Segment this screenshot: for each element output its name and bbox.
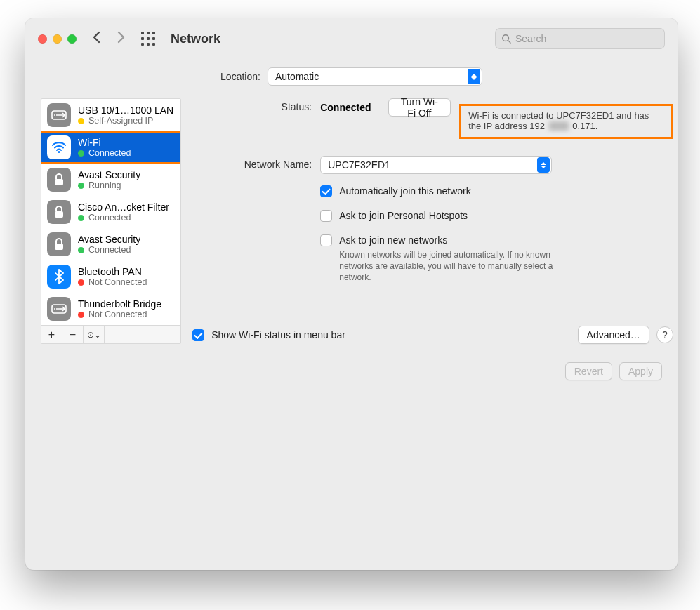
service-status: Not Connected [88, 310, 147, 319]
service-name: Cisco An…cket Filter [78, 201, 169, 213]
location-label: Location: [220, 71, 260, 82]
service-name: Avast Security [78, 169, 140, 180]
wifi-icon [47, 135, 71, 159]
svg-point-5 [58, 114, 60, 116]
service-status: Connected [88, 213, 131, 223]
status-dot-icon [78, 312, 84, 318]
select-stepper-icon [537, 157, 550, 173]
titlebar: Network [25, 18, 678, 59]
remove-service-button[interactable]: − [62, 326, 84, 343]
forward-button[interactable] [116, 29, 126, 48]
show-menubar-label: Show Wi-Fi status in menu bar [211, 329, 345, 340]
ethernet-icon [47, 103, 71, 127]
location-value: Automatic [275, 71, 319, 82]
known-networks-hint: Known networks will be joined automatica… [339, 249, 564, 284]
network-name-row: Network Name: UPC7F32ED1 Automatically j… [192, 156, 673, 284]
lock-icon [47, 168, 71, 192]
service-thunderbolt[interactable]: Thunderbolt Bridge Not Connected [41, 293, 180, 325]
svg-point-13 [56, 308, 58, 310]
status-label: Status: [192, 98, 312, 112]
window-title: Network [171, 32, 220, 46]
network-preferences-window: Network Location: Automatic USB 10/1…1 [25, 18, 678, 570]
auto-join-label: Automatically join this network [339, 185, 471, 197]
ethernet-icon [47, 297, 71, 321]
service-name: Thunderbolt Bridge [78, 298, 161, 310]
service-status: Connected [88, 148, 131, 158]
footer: Revert Apply [25, 354, 678, 393]
network-name-select[interactable]: UPC7F32ED1 [320, 156, 552, 174]
network-name-value: UPC7F32ED1 [328, 159, 390, 171]
status-dot-icon [78, 183, 84, 189]
service-status: Not Connected [88, 277, 147, 287]
minimize-window-button[interactable] [53, 34, 62, 44]
status-description: Wi-Fi is connected to UPC7F32ED1 and has… [459, 104, 673, 139]
bluetooth-icon [47, 265, 71, 289]
auto-join-checkbox[interactable] [320, 185, 332, 197]
ask-new-label: Ask to join new networks [339, 234, 447, 246]
status-value: Connected [320, 102, 371, 113]
zoom-window-button[interactable] [67, 34, 77, 44]
add-service-button[interactable]: + [41, 326, 62, 343]
status-dot-icon [78, 279, 84, 286]
status-dot-icon [78, 150, 84, 157]
turn-wifi-off-button[interactable]: Turn Wi-Fi Off [388, 98, 451, 117]
service-status: Self-Assigned IP [88, 116, 153, 126]
svg-point-3 [54, 114, 55, 116]
status-dot-icon [78, 215, 84, 221]
location-row: Location: Automatic [25, 67, 678, 86]
svg-point-12 [54, 308, 55, 310]
status-dot-icon [78, 247, 84, 253]
svg-point-14 [58, 308, 60, 310]
search-icon [501, 34, 511, 44]
svg-rect-8 [55, 179, 63, 185]
auto-join-row: Automatically join this network [320, 185, 673, 197]
personal-hotspots-label: Ask to join Personal Hotspots [339, 210, 468, 221]
body: USB 10/1…1000 LAN Self-Assigned IP Wi-Fi… [25, 86, 678, 354]
lock-icon [47, 200, 71, 224]
svg-rect-10 [55, 244, 63, 250]
status-desc-post: 0.171. [572, 121, 597, 131]
service-name: Bluetooth PAN [78, 266, 147, 277]
chevron-right-icon [116, 31, 126, 44]
details-bottom: Show Wi-Fi status in menu bar Advanced… … [192, 317, 673, 344]
more-service-button[interactable]: ⊙⌄ [84, 326, 105, 343]
search-field[interactable] [495, 28, 665, 49]
status-row: Status: Connected Turn Wi-Fi Off Wi-Fi i… [192, 98, 673, 139]
service-list: USB 10/1…1000 LAN Self-Assigned IP Wi-Fi… [41, 99, 180, 325]
service-avast-2[interactable]: Avast Security Connected [41, 228, 180, 260]
svg-line-1 [508, 41, 511, 44]
apply-button[interactable]: Apply [619, 362, 662, 380]
personal-hotspots-checkbox[interactable] [320, 210, 332, 222]
window-controls [38, 34, 77, 44]
service-avast-1[interactable]: Avast Security Running [41, 164, 180, 196]
show-menubar-checkbox[interactable] [192, 329, 204, 341]
service-usb-lan[interactable]: USB 10/1…1000 LAN Self-Assigned IP [41, 99, 180, 131]
svg-rect-9 [55, 211, 63, 218]
sidebar-toolbar: + − ⊙⌄ [41, 325, 180, 343]
advanced-button[interactable]: Advanced… [578, 326, 649, 344]
service-status: Running [88, 180, 121, 190]
location-select[interactable]: Automatic [268, 67, 482, 86]
svg-point-4 [56, 114, 58, 116]
ask-new-row: Ask to join new networks [320, 234, 673, 246]
close-window-button[interactable] [38, 34, 47, 44]
svg-point-7 [58, 151, 60, 153]
service-bluetooth[interactable]: Bluetooth PAN Not Connected [41, 260, 180, 293]
nav-buttons [92, 29, 126, 48]
ask-new-checkbox[interactable] [320, 234, 332, 246]
back-button[interactable] [92, 29, 102, 48]
personal-hotspots-row: Ask to join Personal Hotspots [320, 210, 673, 222]
search-input[interactable] [515, 33, 659, 44]
ip-redacted [549, 121, 569, 131]
sidebar-toolbar-spacer [105, 326, 180, 343]
revert-button[interactable]: Revert [565, 362, 612, 380]
service-name: USB 10/1…1000 LAN [78, 105, 173, 116]
show-all-button[interactable] [141, 32, 155, 46]
service-status: Connected [88, 245, 131, 255]
service-name: Avast Security [78, 234, 140, 245]
service-wifi[interactable]: Wi-Fi Connected [41, 131, 180, 164]
help-button[interactable]: ? [656, 326, 673, 343]
service-cisco[interactable]: Cisco An…cket Filter Connected [41, 196, 180, 228]
service-name: Wi-Fi [78, 137, 131, 148]
lock-icon [47, 232, 71, 256]
